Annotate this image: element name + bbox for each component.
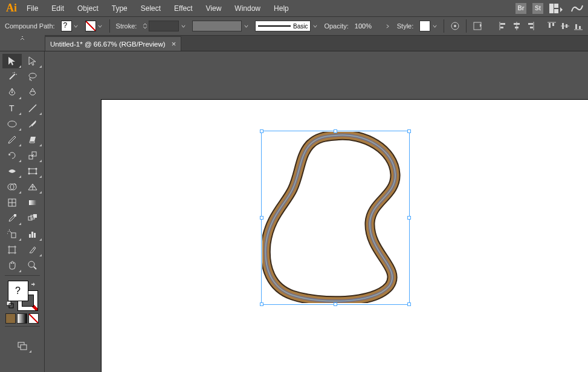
scale-tool[interactable] [23,148,42,163]
selected-compound-path[interactable] [262,132,409,303]
menu-select[interactable]: Select [135,2,167,15]
selection-type-label: Compound Path: [5,22,55,30]
align-hcenter-icon[interactable] [512,21,522,31]
svg-point-34 [28,168,30,170]
align-bottom-icon[interactable] [573,21,583,31]
svg-rect-7 [500,23,505,25]
gradient-mode-button[interactable] [17,313,27,324]
svg-rect-1 [554,4,558,8]
svg-rect-50 [31,232,33,238]
svg-rect-44 [14,214,16,217]
separator [444,19,444,33]
brush-definition[interactable]: Basic [255,21,318,31]
svg-point-36 [28,173,30,175]
mesh-tool[interactable] [2,195,22,210]
align-right-icon[interactable] [525,21,535,31]
align-to-button[interactable] [473,21,482,31]
close-icon[interactable]: × [172,39,176,48]
fill-indicator[interactable]: ? [8,281,28,301]
menu-effect[interactable]: Effect [168,2,198,15]
pen-tool[interactable] [2,85,22,100]
menu-object[interactable]: Object [71,2,105,15]
arrange-documents-button[interactable] [549,3,564,14]
draw-mode-row [5,313,39,324]
style-swatch-icon [419,21,430,31]
slice-tool[interactable] [23,243,42,257]
magic-wand-tool[interactable] [2,70,22,84]
svg-point-54 [28,261,34,267]
eyedropper-tool[interactable] [2,211,22,226]
svg-rect-47 [33,214,37,218]
chevron-down-icon [312,21,318,31]
menu-edit[interactable]: Edit [45,2,70,15]
shape-builder-tool[interactable] [2,180,22,194]
stroke-weight-field[interactable] [143,21,186,31]
zoom-tool[interactable] [23,258,42,273]
gpu-preview-button[interactable] [570,3,584,14]
gradient-tool[interactable] [23,195,42,210]
graphic-style-combo[interactable] [419,21,438,31]
hand-tool[interactable] [2,258,22,273]
svg-point-37 [35,173,37,175]
menubar: Ai File Edit Object Type Select Effect V… [0,0,588,16]
pencil-tool[interactable] [2,132,22,147]
fill-swatch-combo[interactable] [61,21,79,31]
align-vcenter-icon[interactable] [560,21,570,31]
menu-type[interactable]: Type [106,2,134,15]
column-graph-tool[interactable] [23,227,42,241]
selection-tool[interactable] [2,54,22,68]
color-mode-button[interactable] [5,313,16,324]
svg-line-53 [33,248,34,249]
none-mode-button[interactable] [28,313,39,324]
bridge-button[interactable]: Br [515,3,526,14]
brush-preview: Basic [255,21,311,31]
artboard-tool[interactable] [2,243,22,257]
symbol-sprayer-tool[interactable] [2,227,22,241]
svg-rect-49 [29,234,31,238]
menu-window[interactable]: Window [228,2,267,15]
screen-mode-button[interactable] [13,339,32,353]
default-fill-stroke-icon[interactable] [7,300,14,311]
opacity-input[interactable] [355,21,379,31]
rotate-tool[interactable] [2,148,22,163]
stepper-icon[interactable] [143,23,147,29]
direct-selection-tool[interactable] [23,54,42,68]
chevron-down-icon [180,21,186,31]
perspective-grid-tool[interactable] [23,180,42,194]
svg-point-26 [11,92,13,93]
svg-rect-20 [566,24,567,28]
svg-line-28 [29,105,36,112]
toolbox-collapse-button[interactable] [0,35,45,51]
stroke-swatch-combo[interactable] [85,21,103,31]
curvature-tool[interactable] [23,85,42,100]
fill-stroke-control[interactable]: ? [7,279,38,311]
swap-fill-stroke-icon[interactable] [31,279,37,290]
document-tab[interactable]: Untitled-1* @ 66.67% (RGB/Preview) × [45,36,181,51]
type-tool[interactable]: T [2,101,22,116]
stroke-weight-input[interactable] [149,21,179,31]
menu-file[interactable]: File [21,2,44,15]
variable-width-profile[interactable] [192,21,249,31]
svg-rect-13 [528,23,533,25]
paintbrush-tool[interactable] [23,117,42,131]
align-group [499,21,583,31]
opacity-flyout-icon[interactable] [385,21,391,31]
free-transform-tool[interactable] [23,164,42,178]
menu-help[interactable]: Help [268,2,295,15]
svg-rect-45 [28,217,32,220]
lasso-tool[interactable] [23,70,42,84]
stock-button[interactable]: St [532,3,543,14]
ellipse-tool[interactable] [2,117,22,131]
svg-point-4 [454,25,456,27]
line-segment-tool[interactable] [23,101,42,116]
blend-tool[interactable] [23,211,42,226]
svg-rect-23 [579,26,581,29]
svg-rect-2 [554,9,558,13]
eraser-tool[interactable] [23,132,42,147]
menu-view[interactable]: View [200,2,228,15]
align-left-icon[interactable] [499,21,508,31]
width-tool[interactable] [2,164,22,178]
align-top-icon[interactable] [547,21,557,31]
recolor-artwork-button[interactable] [450,21,460,31]
canvas[interactable] [45,51,588,372]
